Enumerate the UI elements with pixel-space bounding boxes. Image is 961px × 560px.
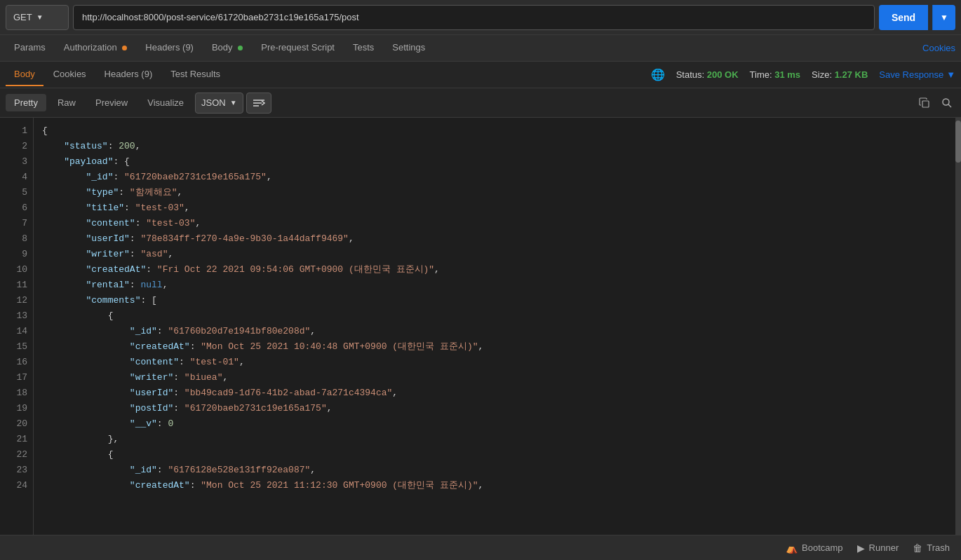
- code-line: "postId": "61720baeb2731c19e165a175",: [42, 401, 947, 416]
- tab-tests[interactable]: Tests: [344, 36, 382, 60]
- line-num: 6: [0, 200, 27, 216]
- code-line: "createdAt": "Mon Oct 25 2021 10:40:48 G…: [42, 339, 947, 355]
- code-line: "writer": "biuea",: [42, 370, 947, 385]
- code-line: },: [42, 432, 947, 447]
- code-content[interactable]: { "status": 200, "payload": { "_id": "61…: [34, 118, 955, 535]
- status-value: 200 OK: [707, 69, 739, 80]
- send-dropdown-button[interactable]: ▼: [932, 5, 955, 30]
- code-line: {: [42, 308, 947, 324]
- code-line: "_id": "61760b20d7e1941bf80e208d",: [42, 324, 947, 339]
- line-num: 7: [0, 216, 27, 231]
- time-label: Time: 31 ms: [750, 69, 801, 80]
- wrap-button[interactable]: [246, 93, 271, 114]
- url-input[interactable]: [73, 5, 875, 30]
- method-label: GET: [13, 12, 32, 22]
- line-num: 16: [0, 355, 27, 370]
- copy-button[interactable]: [916, 95, 933, 111]
- svg-rect-3: [922, 101, 929, 107]
- code-line: "writer": "asd",: [42, 247, 947, 262]
- line-num: 18: [0, 385, 27, 401]
- line-num: 10: [0, 262, 27, 278]
- search-icon: [941, 97, 953, 109]
- save-response-chevron-icon: ▼: [946, 69, 955, 80]
- code-line: "content": "test-01",: [42, 355, 947, 370]
- res-tab-cookies[interactable]: Cookies: [45, 63, 95, 86]
- format-chevron-icon: ▼: [230, 99, 237, 107]
- tab-body[interactable]: Body: [203, 36, 251, 60]
- tab-params[interactable]: Params: [6, 36, 54, 60]
- code-line: "_id": "6176128e528e131ff92ea087",: [42, 463, 947, 478]
- tab-authorization[interactable]: Authorization: [55, 36, 136, 60]
- line-num: 5: [0, 185, 27, 200]
- authorization-dot: [122, 46, 127, 50]
- res-tab-test-results[interactable]: Test Results: [162, 63, 229, 86]
- bootcamp-item[interactable]: ⛺ Bootcamp: [786, 542, 843, 554]
- code-line: {: [42, 447, 947, 463]
- line-num: 9: [0, 247, 27, 262]
- response-tabs: Body Cookies Headers (9) Test Results 🌐 …: [0, 62, 961, 88]
- size-value: 1.27 KB: [835, 69, 868, 80]
- code-line: "createdAt": "Fri Oct 22 2021 09:54:06 G…: [42, 262, 947, 278]
- save-response-button[interactable]: Save Response ▼: [879, 69, 955, 80]
- line-num: 2: [0, 139, 27, 154]
- svg-point-4: [943, 99, 949, 105]
- runner-label: Runner: [869, 542, 899, 553]
- method-select[interactable]: GET ▼: [6, 5, 69, 30]
- code-line: "comments": [: [42, 293, 947, 308]
- format-selector[interactable]: JSON ▼: [195, 93, 243, 114]
- tab-settings[interactable]: Settings: [384, 36, 434, 60]
- code-line: "payload": {: [42, 154, 947, 170]
- line-num: 17: [0, 370, 27, 385]
- pretty-button[interactable]: Pretty: [6, 94, 46, 111]
- line-num: 13: [0, 308, 27, 324]
- code-line: "title": "test-03",: [42, 200, 947, 216]
- wrap-icon: [253, 98, 265, 108]
- cookies-button[interactable]: Cookies: [922, 43, 955, 53]
- bottom-bar: ⛺ Bootcamp ▶ Runner 🗑 Trash: [0, 535, 961, 560]
- res-tab-headers[interactable]: Headers (9): [96, 63, 161, 86]
- line-num: 14: [0, 324, 27, 339]
- res-tab-body[interactable]: Body: [6, 63, 43, 86]
- line-num: 22: [0, 447, 27, 463]
- search-button[interactable]: [939, 95, 955, 111]
- preview-button[interactable]: Preview: [87, 94, 136, 111]
- visualize-button[interactable]: Visualize: [139, 94, 192, 111]
- scrollbar-thumb[interactable]: [955, 121, 961, 163]
- runner-item[interactable]: ▶ Runner: [857, 542, 899, 554]
- time-value: 31 ms: [774, 69, 800, 80]
- line-num: 21: [0, 432, 27, 447]
- code-line: "userId": "bb49cad9-1d76-41b2-abad-7a271…: [42, 385, 947, 401]
- runner-icon: ▶: [857, 542, 865, 554]
- copy-icon: [919, 97, 930, 109]
- trash-icon: 🗑: [913, 542, 922, 554]
- method-chevron-icon: ▼: [36, 13, 43, 21]
- line-num: 8: [0, 231, 27, 247]
- tab-pre-request[interactable]: Pre-request Script: [253, 36, 343, 60]
- status-label: Status: 200 OK: [676, 69, 739, 80]
- code-line: "createdAt": "Mon Oct 25 2021 11:12:30 G…: [42, 478, 947, 493]
- line-num: 24: [0, 478, 27, 493]
- raw-button[interactable]: Raw: [49, 94, 84, 111]
- code-container: 123456789101112131415161718192021222324 …: [0, 118, 961, 535]
- request-tabs: Params Authorization Headers (9) Body Pr…: [0, 35, 961, 62]
- response-status: 🌐 Status: 200 OK Time: 31 ms Size: 1.27 …: [651, 68, 955, 81]
- code-line: "status": 200,: [42, 139, 947, 154]
- line-numbers: 123456789101112131415161718192021222324: [0, 118, 34, 535]
- code-line: "type": "함께해요",: [42, 185, 947, 200]
- trash-item[interactable]: 🗑 Trash: [913, 542, 950, 554]
- toolbar-right: [916, 95, 955, 111]
- line-num: 12: [0, 293, 27, 308]
- url-bar: GET ▼ Send ▼: [0, 0, 961, 35]
- line-num: 19: [0, 401, 27, 416]
- code-line: "rental": null,: [42, 278, 947, 293]
- line-num: 15: [0, 339, 27, 355]
- bootcamp-icon: ⛺: [786, 542, 798, 554]
- code-line: "__v": 0: [42, 416, 947, 432]
- send-button[interactable]: Send: [879, 5, 928, 30]
- line-num: 1: [0, 123, 27, 139]
- code-line: {: [42, 123, 947, 139]
- line-num: 20: [0, 416, 27, 432]
- scrollbar-track[interactable]: [955, 118, 961, 535]
- code-line: "content": "test-03",: [42, 216, 947, 231]
- tab-headers[interactable]: Headers (9): [137, 36, 202, 60]
